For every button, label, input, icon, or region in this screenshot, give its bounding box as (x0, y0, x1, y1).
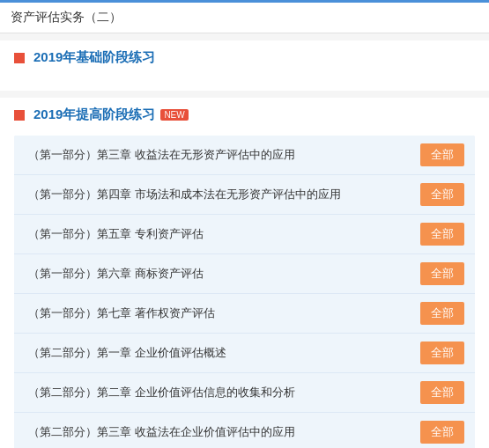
square-icon (14, 53, 25, 63)
btn-all-2[interactable]: 全部 (420, 223, 464, 246)
btn-all-7[interactable]: 全部 (420, 421, 464, 444)
advanced-section: 2019年提高阶段练习 NEW （第一部分）第三章 收益法在无形资产评估中的应用… (0, 98, 489, 448)
list-item: （第一部分）第三章 收益法在无形资产评估中的应用全部 (14, 136, 475, 175)
advanced-title-text: 2019年提高阶段练习 (33, 106, 155, 123)
list-item: （第一部分）第七章 著作权资产评估全部 (14, 294, 475, 334)
item-text: （第一部分）第四章 市场法和成本法在无形资产评估中的应用 (28, 187, 411, 202)
basic-section: 2019年基础阶段练习 (0, 40, 489, 91)
list-item: （第二部分）第一章 企业价值评估概述全部 (14, 334, 475, 373)
btn-all-1[interactable]: 全部 (420, 183, 464, 206)
advanced-list: （第一部分）第三章 收益法在无形资产评估中的应用全部（第一部分）第四章 市场法和… (14, 136, 475, 448)
item-text: （第一部分）第六章 商标资产评估 (28, 266, 411, 282)
basic-title-text: 2019年基础阶段练习 (33, 49, 155, 66)
item-text: （第二部分）第一章 企业价值评估概述 (28, 345, 411, 361)
item-text: （第一部分）第五章 专利资产评估 (28, 226, 411, 242)
advanced-section-title: 2019年提高阶段练习 NEW (14, 106, 475, 123)
list-item: （第一部分）第六章 商标资产评估全部 (14, 254, 475, 294)
header-title: 资产评估实务（二） (11, 10, 122, 26)
btn-all-6[interactable]: 全部 (420, 381, 464, 404)
btn-all-3[interactable]: 全部 (420, 262, 464, 285)
list-item: （第二部分）第二章 企业价值评估信息的收集和分析全部 (14, 373, 475, 413)
btn-all-0[interactable]: 全部 (420, 143, 464, 166)
list-item: （第一部分）第四章 市场法和成本法在无形资产评估中的应用全部 (14, 175, 475, 215)
item-text: （第一部分）第七章 著作权资产评估 (28, 305, 411, 321)
list-item: （第一部分）第五章 专利资产评估全部 (14, 215, 475, 254)
header-bar: 资产评估实务（二） (0, 0, 489, 33)
item-text: （第二部分）第三章 收益法在企业价值评估中的应用 (28, 424, 411, 440)
item-text: （第一部分）第三章 收益法在无形资产评估中的应用 (28, 147, 411, 163)
advanced-square-icon (14, 110, 25, 121)
list-item: （第二部分）第三章 收益法在企业价值评估中的应用全部 (14, 413, 475, 448)
basic-section-title: 2019年基础阶段练习 (14, 49, 475, 66)
btn-all-5[interactable]: 全部 (420, 342, 464, 364)
new-badge: NEW (160, 109, 188, 121)
btn-all-4[interactable]: 全部 (420, 302, 464, 325)
item-text: （第二部分）第二章 企业价值评估信息的收集和分析 (28, 385, 411, 400)
